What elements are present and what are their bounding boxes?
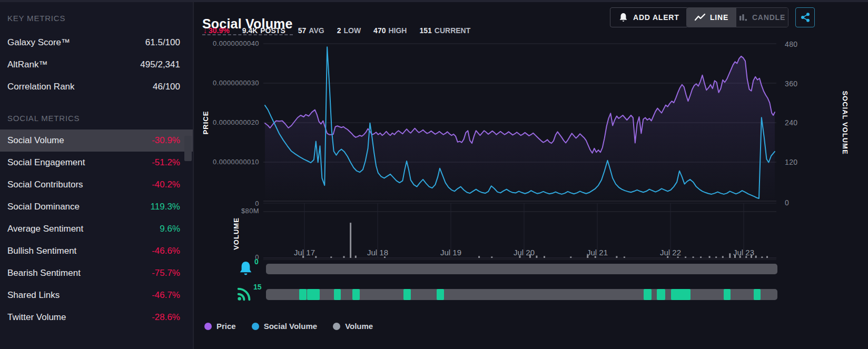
stat-number: 470 (373, 26, 386, 35)
legend-dot (252, 323, 259, 330)
legend-item-social-volume[interactable]: Social Volume (252, 322, 317, 331)
stat-caption: LOW (343, 26, 361, 35)
sidebar-item-correlation-rank[interactable]: Correlation Rank46/100 (0, 76, 193, 98)
metric-label: Bullish Sentiment (7, 246, 76, 256)
section-header-key-metrics: KEY METRICS (0, 2, 193, 32)
sidebar-item-average-sentiment[interactable]: Average Sentiment9.6% (0, 218, 193, 240)
sidebar-item-shared-links[interactable]: Shared Links-46.7% (0, 284, 193, 306)
sidebar-item-social-volume[interactable]: Social Volume-30.9% (0, 129, 193, 152)
metric-value: -40.2% (152, 180, 180, 190)
social-volume-axis-tick: 480 (785, 40, 798, 48)
feed-activity-segment[interactable] (671, 289, 691, 300)
metric-label: Social Engagement (7, 157, 85, 168)
stat-caption: CURRENT (435, 26, 470, 35)
metric-label: AltRank™ (7, 59, 48, 70)
volume-axis-tick-bottom: 0 (196, 253, 259, 261)
sidebar-scrollbar-thumb[interactable] (184, 136, 192, 161)
metric-value: 495/2,341 (140, 59, 180, 70)
metric-label: Social Contributors (7, 180, 83, 190)
feed-count: 15 (253, 283, 262, 291)
feed-activity-segment[interactable] (437, 289, 444, 300)
alert-count: 0 (254, 257, 259, 266)
down-arrow-icon: ↓ (203, 26, 207, 35)
stat-number: 57 (298, 26, 307, 35)
metric-label: Bearish Sentiment (7, 268, 81, 278)
metric-value: 9.6% (160, 224, 180, 234)
stat-caption: POSTS (260, 26, 285, 35)
legend-dot (204, 323, 212, 330)
stat-avg: 57AVG (298, 26, 324, 35)
price-social-volume-chart[interactable] (263, 40, 776, 260)
stat-caption: AVG (309, 26, 324, 35)
metrics-sidebar: KEY METRICSGalaxy Score™61.5/100AltRank™… (0, 2, 194, 349)
legend-item-volume[interactable]: Volume (333, 322, 373, 331)
metric-value: -46.6% (152, 246, 180, 256)
volume-axis-title: VOLUME (232, 217, 240, 250)
legend-item-price[interactable]: Price (204, 322, 236, 331)
stat-number: 9.4K (242, 26, 258, 35)
metric-label: Social Volume (7, 135, 64, 146)
sidebar-item-social-dominance[interactable]: Social Dominance119.3% (0, 196, 193, 218)
price-axis-tick: 0.0000000020 (196, 118, 259, 126)
metric-label: Social Dominance (7, 202, 80, 212)
candle-chart-icon (739, 14, 747, 22)
sidebar-item-galaxy-score[interactable]: Galaxy Score™61.5/100 (0, 32, 193, 54)
stat-high: 470HIGH (373, 26, 407, 35)
stat-number: 151 (419, 26, 431, 35)
line-toggle[interactable]: LINE (687, 8, 736, 27)
feed-activity-segment[interactable] (657, 289, 666, 300)
social-volume-axis-tick: 0 (785, 198, 789, 207)
feed-activity-segment[interactable] (644, 289, 652, 300)
add-alert-label: ADD ALERT (633, 13, 679, 22)
sidebar-item-bearish-sentiment[interactable]: Bearish Sentiment-75.7% (0, 262, 193, 284)
metric-value: 61.5/100 (145, 37, 180, 48)
social-volume-axis-tick: 120 (785, 158, 798, 166)
sidebar-item-altrank[interactable]: AltRank™495/2,341 (0, 54, 193, 76)
stat-caption: HIGH (388, 26, 407, 35)
candle-toggle-label: CANDLE (752, 13, 785, 22)
legend-label: Social Volume (264, 322, 317, 331)
price-axis-tick: 0.0000000030 (196, 79, 259, 87)
metric-label: Shared Links (7, 290, 60, 301)
feed-activity-segment[interactable] (352, 289, 360, 300)
share-icon (800, 12, 811, 23)
stat-current: 151CURRENT (419, 26, 470, 35)
chart-type-toggle: LINE CANDLE (686, 7, 788, 27)
sidebar-item-social-engagement[interactable]: Social Engagement-51.2% (0, 152, 193, 174)
metric-value: 119.3% (151, 202, 180, 212)
feed-timeline-bar[interactable] (266, 289, 777, 300)
change-value: 30.9% (209, 26, 230, 35)
feed-rss-icon (236, 286, 252, 302)
price-axis-tick: 0.0000000010 (196, 158, 259, 166)
chart-legend: PriceSocial VolumeVolume (204, 322, 373, 331)
metric-value: 46/100 (153, 82, 180, 92)
legend-label: Price (216, 322, 236, 331)
feed-activity-segment[interactable] (403, 289, 411, 300)
volume-axis-tick-top: $80M (196, 207, 259, 215)
feed-activity-segment[interactable] (724, 289, 731, 300)
metric-label: Average Sentiment (7, 224, 83, 234)
section-header-social-metrics: SOCIAL METRICS (0, 98, 193, 129)
feed-activity-segment[interactable] (299, 289, 307, 300)
alerts-timeline-bar[interactable] (266, 264, 777, 274)
alert-bell-icon (239, 261, 253, 277)
price-axis-tick: 0.0000000040 (196, 39, 259, 47)
metric-value: -30.9% (152, 135, 180, 146)
line-toggle-label: LINE (710, 13, 728, 22)
share-button[interactable] (795, 7, 815, 27)
feed-activity-segment[interactable] (754, 289, 761, 300)
sidebar-item-twitter-volume[interactable]: Twitter Volume-28.6% (0, 306, 193, 328)
metric-value: -46.7% (152, 290, 180, 301)
add-alert-button[interactable]: ADD ALERT (610, 7, 688, 27)
sidebar-item-bullish-sentiment[interactable]: Bullish Sentiment-46.6% (0, 240, 193, 262)
metric-value: -28.6% (152, 312, 180, 323)
stats-row: ↓30.9% 9.4KPOSTS57AVG2LOW470HIGH151CURRE… (203, 26, 470, 35)
social-volume-axis-tick: 360 (785, 79, 798, 88)
feed-activity-segment[interactable] (334, 289, 341, 300)
social-volume-axis-tick: 240 (785, 118, 798, 127)
metric-value: -51.2% (152, 157, 180, 168)
legend-dot (333, 323, 340, 330)
feed-activity-segment[interactable] (307, 289, 320, 300)
candle-toggle[interactable]: CANDLE (736, 8, 788, 27)
sidebar-item-social-contributors[interactable]: Social Contributors-40.2% (0, 174, 193, 196)
